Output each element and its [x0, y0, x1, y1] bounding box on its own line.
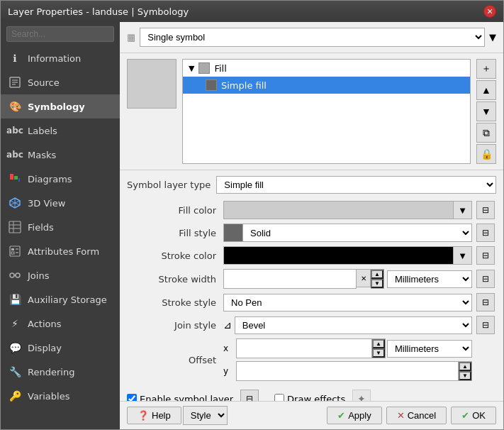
layer-type-select[interactable]: Simple fill: [216, 176, 496, 194]
main-window: Layer Properties - landuse | Symbology ✕…: [0, 0, 504, 430]
sidebar-label-masks: Masks: [28, 150, 56, 160]
sidebar-item-diagrams[interactable]: Diagrams: [1, 167, 120, 191]
offset-row: Offset x 0,000000 ▲ ▼ Millimeters: [127, 338, 496, 381]
attributes-form-icon: [8, 244, 22, 258]
sidebar-item-3d-view[interactable]: 3D View: [1, 191, 120, 215]
add-symbol-layer-button[interactable]: ＋: [476, 59, 496, 79]
enable-symbol-layer-checkbox[interactable]: [127, 394, 137, 401]
sidebar-item-display[interactable]: 💬 Display: [1, 336, 120, 360]
sidebar-label-source: Source: [28, 77, 60, 88]
stroke-style-select[interactable]: No Pen: [223, 294, 472, 312]
diagrams-icon: [8, 172, 22, 186]
symbol-type-icon: ▦: [127, 32, 135, 43]
join-style-icon: ⊿: [223, 319, 232, 331]
offset-x-input[interactable]: 0,000000: [236, 338, 372, 358]
sidebar-item-rendering[interactable]: 🔧 Rendering: [1, 360, 120, 384]
stroke-width-clear[interactable]: ✕: [357, 269, 371, 287]
ok-icon: ✔: [461, 410, 469, 421]
move-up-button[interactable]: ▲: [476, 80, 496, 100]
sidebar-label-information: Information: [28, 53, 81, 64]
symbol-layer-options-button[interactable]: ⊟: [240, 390, 259, 401]
fill-color-button[interactable]: [223, 201, 454, 219]
fill-style-copy[interactable]: ⊟: [476, 224, 495, 242]
auxiliary-storage-icon: 💾: [8, 292, 22, 307]
lock-button[interactable]: 🔒: [476, 144, 496, 164]
offset-unit-select[interactable]: Millimeters: [387, 340, 472, 358]
cancel-button[interactable]: ✕ Cancel: [386, 407, 447, 424]
style-select[interactable]: Style: [183, 406, 228, 425]
stroke-color-button[interactable]: [223, 246, 454, 265]
symbol-tree-child[interactable]: Simple fill: [183, 77, 470, 94]
stroke-width-unit-select[interactable]: Millimeters: [387, 270, 472, 288]
join-style-copy[interactable]: ⊟: [476, 316, 495, 334]
apply-label: Apply: [348, 410, 371, 421]
symbol-type-select[interactable]: Single symbol: [140, 28, 485, 47]
draw-effects-label: Draw effects: [274, 394, 345, 402]
fill-style-select[interactable]: Solid: [243, 224, 472, 242]
symbol-layer-options-row: Enable symbol layer ⊟ Draw effects ✦: [127, 387, 496, 401]
offset-y-up[interactable]: ▲: [459, 362, 471, 371]
draw-effects-button[interactable]: ✦: [352, 390, 371, 401]
enable-symbol-layer-label: Enable symbol layer: [127, 394, 233, 402]
fill-swatch: [198, 62, 210, 74]
offset-x-up[interactable]: ▲: [372, 339, 385, 348]
cancel-label: Cancel: [408, 410, 436, 421]
sidebar-item-source[interactable]: Source: [1, 70, 120, 94]
stroke-style-copy[interactable]: ⊟: [476, 293, 495, 312]
sidebar-label-labels: Labels: [28, 126, 57, 136]
sidebar-item-actions[interactable]: ⚡ Actions: [1, 312, 120, 336]
symbol-tree-parent[interactable]: ▼ Fill: [183, 60, 470, 77]
sidebar-label-rendering: Rendering: [28, 367, 74, 377]
svg-rect-18: [11, 252, 14, 254]
symbol-type-row: ▦ Single symbol ▼: [120, 22, 503, 53]
sidebar-item-auxiliary-storage[interactable]: 💾 Auxiliary Storage: [1, 287, 120, 312]
stroke-width-up[interactable]: ▲: [371, 270, 383, 279]
fill-color-dropdown[interactable]: ▼: [454, 201, 472, 219]
sidebar-item-joins[interactable]: Joins: [1, 263, 120, 287]
fill-color-copy[interactable]: ⊟: [476, 201, 495, 219]
offset-y-down[interactable]: ▼: [459, 371, 471, 380]
sidebar-label-joins: Joins: [28, 270, 49, 281]
offset-x-down[interactable]: ▼: [372, 348, 385, 358]
sidebar-item-variables[interactable]: 🔑 Variables: [1, 384, 120, 408]
help-button[interactable]: ❓ Help: [127, 407, 181, 424]
stroke-width-copy[interactable]: ⊟: [476, 270, 495, 288]
search-input[interactable]: [6, 26, 114, 42]
sidebar-item-labels[interactable]: abc Labels: [1, 118, 120, 143]
offset-x-label: x: [223, 343, 235, 353]
stroke-width-spin-buttons: ▲ ▼: [371, 269, 384, 289]
sidebar-item-fields[interactable]: Fields: [1, 215, 120, 239]
apply-button[interactable]: ✔ Apply: [327, 407, 382, 424]
draw-effects-checkbox[interactable]: [274, 394, 284, 401]
stroke-width-down[interactable]: ▼: [371, 279, 383, 288]
sidebar-item-symbology[interactable]: 🎨 Symbology: [1, 94, 120, 118]
sidebar-item-masks[interactable]: abc Masks: [1, 143, 120, 167]
offset-y-input[interactable]: 0,000000: [236, 361, 459, 381]
sidebar: ℹ Information Source 🎨 Symbology abc Lab…: [1, 22, 120, 429]
source-icon: [8, 75, 22, 89]
sidebar-label-attributes-form: Attributes Form: [28, 246, 99, 257]
sidebar-label-3d-view: 3D View: [28, 198, 65, 209]
join-style-select[interactable]: Bevel: [235, 316, 472, 334]
action-buttons: ✔ Apply ✕ Cancel ✔ OK: [327, 407, 496, 424]
svg-rect-16: [11, 248, 14, 250]
ok-button[interactable]: ✔ OK: [451, 407, 496, 424]
stroke-color-copy[interactable]: ⊟: [476, 246, 495, 265]
move-down-button[interactable]: ▼: [476, 101, 496, 121]
title-bar: Layer Properties - landuse | Symbology ✕: [1, 1, 503, 22]
symbology-icon: 🎨: [8, 99, 22, 114]
duplicate-button[interactable]: ⧉: [476, 123, 496, 143]
sidebar-item-information[interactable]: ℹ Information: [1, 46, 120, 70]
stroke-width-input[interactable]: 0,260000: [223, 269, 357, 289]
fill-style-swatch: [223, 224, 243, 242]
fill-style-control: Solid: [223, 224, 472, 242]
sidebar-label-diagrams: Diagrams: [28, 174, 72, 184]
stroke-color-label: Stroke color: [127, 250, 219, 261]
close-button[interactable]: ✕: [483, 5, 496, 18]
symbol-controls: ＋ ▲ ▼ ⧉ 🔒: [476, 59, 496, 164]
offset-x-control: x 0,000000 ▲ ▼ Millimeters: [223, 338, 472, 358]
stroke-color-dropdown[interactable]: ▼: [454, 246, 472, 265]
stroke-color-control: ▼: [223, 246, 472, 265]
sidebar-item-attributes-form[interactable]: Attributes Form: [1, 239, 120, 263]
sidebar-label-display: Display: [28, 343, 62, 353]
